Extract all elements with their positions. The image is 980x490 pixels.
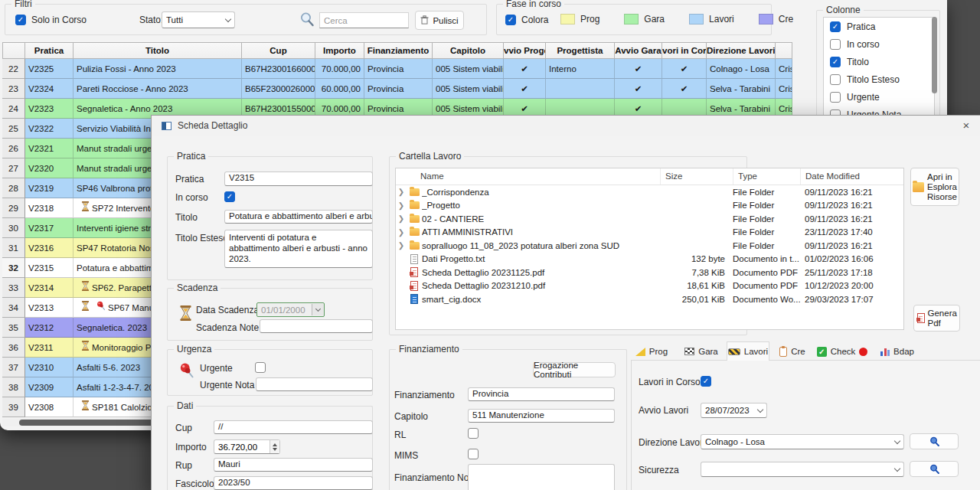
legend-swatch-cre [759,14,773,24]
list-item[interactable]: ❯sopralluogo 11_08_2023 potatura alberi … [396,239,903,253]
grid-column-header[interactable]: vvio Proge [504,42,546,59]
urgente-nota-field[interactable] [256,377,373,391]
titolo-field[interactable]: Potatura e abbattimento alberi e arbusti… [224,210,373,224]
list-item[interactable]: Scheda Dettaglio 20231125.pdf7,38 KiBDoc… [396,266,903,279]
grid-column-header[interactable]: Avvio Gara [615,42,662,59]
grid-column-header[interactable]: vori in Cor: [662,42,707,59]
table-row[interactable]: 22V2325Pulizia Fossi - Anno 2023B67H2300… [2,59,792,79]
file-col-size[interactable]: Size [660,168,733,185]
file-col-date[interactable]: Date Modified [800,168,900,185]
grid-column-header[interactable]: Finanziamento [364,42,433,59]
mims-checkbox[interactable] [468,449,479,459]
checkbox[interactable] [830,57,841,67]
genera-pdf-button[interactable]: Genera Pdf [913,305,960,332]
grid-column-header[interactable]: Titolo [74,42,242,59]
list-item[interactable]: smart_cig.docx250,01 KiBDocumento Wo...2… [396,292,903,306]
colonne-item-in-corso[interactable]: In corso [824,35,934,53]
close-icon[interactable]: × [960,119,972,132]
list-item[interactable]: Dati Progetto.txt132 byteDocumento in t.… [396,253,903,266]
scadenza-note-field[interactable] [260,319,373,333]
checkbox[interactable] [830,92,841,103]
grid-column-header[interactable]: Importo [315,42,364,59]
grid-column-header[interactable]: Progettista [546,42,615,59]
stato-select[interactable]: Tutti [162,11,235,28]
cell-pratica: V2309 [25,377,74,397]
file-size: 132 byte [660,254,733,263]
expander-icon[interactable]: ❯ [396,188,407,196]
sicurezza-select[interactable] [701,462,904,477]
grid-column-header[interactable]: Cup [242,42,315,59]
colonne-scrollbar[interactable] [932,17,937,93]
search-input[interactable] [319,12,409,28]
stepper-arrows-icon[interactable] [270,440,279,453]
tab-cre[interactable]: Cre [776,343,809,360]
capitolo-field[interactable]: 511 Manutenzione [468,409,615,423]
finanziamento-note-field[interactable] [468,464,615,490]
grid-column-header[interactable]: Capitolo [433,42,504,59]
dati-group-label: Dati [174,400,196,411]
finanziamento-field[interactable]: Provincia [468,387,615,401]
direzione-lavori-select[interactable]: Colnago - Losa [701,434,904,449]
dropdown-arrow-icon[interactable] [312,304,324,315]
tab-gara[interactable]: Gara [682,343,720,360]
checkbox[interactable] [830,39,841,50]
expander-icon[interactable]: ❯ [396,201,407,210]
colonne-item-label: Titolo [847,57,869,67]
apri-esplora-button[interactable]: Apri in Esplora Risorse [910,168,959,206]
red-dot-icon [859,348,867,356]
avvio-lavori-picker[interactable]: 28/07/2023 [701,403,767,418]
file-name: Scheda Dettaglio 20231125.pdf [422,268,660,277]
tab-lavori[interactable]: Lavori [727,341,769,361]
file-icon-wrap [407,188,422,196]
direzione-lavori-lookup-button[interactable] [910,433,959,449]
expander-icon[interactable]: ❯ [396,214,407,223]
colonne-item-titolo-esteso[interactable]: Titolo Esteso [824,70,934,88]
colonne-item-urgente[interactable]: Urgente [824,88,934,106]
in-corso-checkbox[interactable] [224,191,235,202]
colora-checkbox[interactable] [505,15,516,25]
fascicolo-field[interactable]: 2023/50 [214,476,373,490]
solo-in-corso-checkbox[interactable] [15,15,26,25]
checkbox[interactable] [830,21,841,32]
checkbox[interactable] [830,74,841,85]
titolo-esteso-field[interactable]: Interventi di potatura e abbattimento al… [224,230,373,268]
dialog-titlebar[interactable]: Scheda Dettaglio [152,116,980,136]
expander-icon[interactable]: ❯ [396,228,407,237]
grid-column-header[interactable]: Pratica [25,42,74,59]
hourglass-icon [81,299,90,317]
urgente-checkbox[interactable] [255,362,266,373]
colonne-item-titolo[interactable]: Titolo [824,53,934,70]
erogazione-contributi-button[interactable]: Erogazione Contributi [533,362,616,377]
data-scadenza-picker[interactable]: 01/01/2000 [256,302,325,317]
tab-prog[interactable]: Prog [632,343,671,360]
file-icon-wrap [407,254,422,264]
importo-stepper[interactable]: 36.720,00 [214,439,280,454]
cup-field[interactable]: // [214,420,373,434]
list-item[interactable]: ❯_ProgettoFile Folder09/11/2023 16:21 [396,199,903,213]
expander-icon[interactable]: ❯ [396,241,407,250]
file-col-type[interactable]: Type [733,168,800,185]
cell-capitolo: 005 Sistem viabili [433,79,504,99]
pratica-field-label: Pratica [175,174,204,185]
pulisci-button[interactable]: Pulisci [415,11,464,30]
hourglass-icon [81,398,90,416]
fase-legend: ProgGaraLavoriCre [560,14,793,24]
list-item[interactable]: ❯ATTI AMMINISTRATIVIFile Folder23/11/202… [396,226,903,240]
lavori-in-corso-checkbox[interactable] [701,376,711,387]
list-item[interactable]: ❯02 - CANTIEREFile Folder09/11/2023 16:2… [396,212,903,226]
rup-field[interactable]: Mauri [214,458,373,472]
grid-column-header[interactable] [2,42,25,59]
file-col-name[interactable]: Name [396,168,660,185]
sicurezza-lookup-button[interactable] [910,461,959,477]
colonne-item-pratica[interactable]: Pratica [824,18,934,35]
grid-column-header[interactable]: Direzione Lavori [707,42,776,59]
legend-swatch-lavori [689,14,704,24]
pratica-field[interactable]: V2315 [224,172,373,186]
rl-checkbox[interactable] [468,428,479,439]
list-item[interactable]: Scheda Dettaglio 20231210.pdf18,61 KiBDo… [396,279,903,293]
grid-column-header[interactable] [776,42,792,59]
list-item[interactable]: ❯_CorrispondenzaFile Folder09/11/2023 16… [396,185,903,199]
tab-bdap[interactable]: Bdap [876,343,919,360]
tab-check[interactable]: ✓Check [814,343,871,360]
table-row[interactable]: 23V2324Pareti Rocciose - Anno 2023B65F23… [2,79,792,99]
